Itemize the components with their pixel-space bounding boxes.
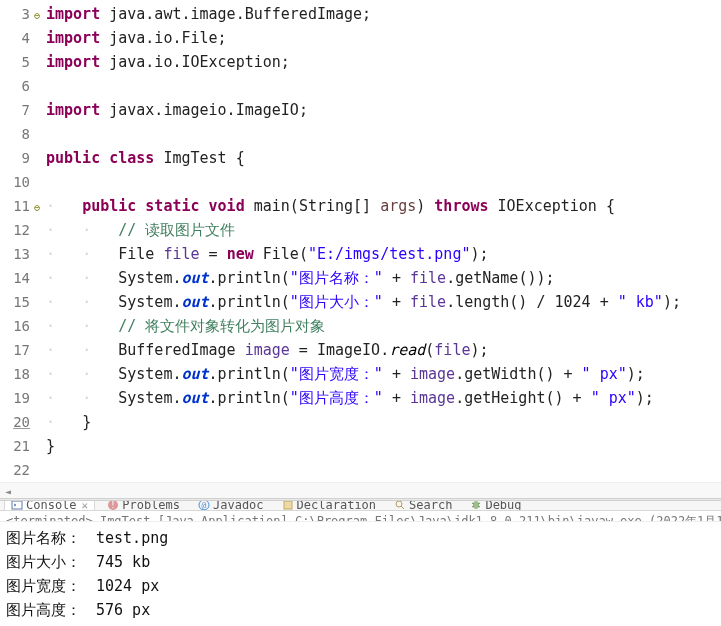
- line-number: 15: [0, 290, 34, 314]
- tab-console[interactable]: Console ✕: [4, 501, 95, 511]
- line-number: 6: [0, 74, 34, 98]
- code-line[interactable]: 20· }: [0, 410, 721, 434]
- line-number: 3: [0, 2, 34, 26]
- code-line[interactable]: 19· · System.out.println("图片高度：" + image…: [0, 386, 721, 410]
- svg-line-7: [401, 506, 404, 509]
- line-number: 22: [0, 458, 34, 482]
- output-label: 图片高度：: [6, 598, 96, 622]
- tab-debug-label: Debug: [485, 501, 521, 511]
- code-line[interactable]: 6: [0, 74, 721, 98]
- console-status: <terminated> ImgTest [Java Application] …: [0, 511, 721, 522]
- tab-problems-label: Problems: [122, 501, 180, 511]
- line-number: 16: [0, 314, 34, 338]
- code-content[interactable]: · · // 将文件对象转化为图片对象: [46, 314, 721, 338]
- code-line[interactable]: 16· · // 将文件对象转化为图片对象: [0, 314, 721, 338]
- problems-icon: !: [107, 501, 119, 511]
- code-content[interactable]: · · File file = new File("E:/imgs/test.p…: [46, 242, 721, 266]
- code-line[interactable]: 14· · System.out.println("图片名称：" + file.…: [0, 266, 721, 290]
- code-content[interactable]: import java.io.File;: [46, 26, 721, 50]
- fold-toggle-icon[interactable]: ⊖: [34, 4, 46, 28]
- line-number: 19: [0, 386, 34, 410]
- tab-console-label: Console: [26, 501, 77, 511]
- code-line[interactable]: 22: [0, 458, 721, 482]
- line-number: 8: [0, 122, 34, 146]
- code-line[interactable]: 7import javax.imageio.ImageIO;: [0, 98, 721, 122]
- svg-text:@: @: [202, 501, 207, 510]
- svg-text:!: !: [111, 501, 116, 510]
- code-content[interactable]: · · System.out.println("图片高度：" + image.g…: [46, 386, 721, 410]
- tab-declaration[interactable]: Declaration: [276, 501, 382, 511]
- svg-point-8: [473, 501, 479, 509]
- line-number: 18: [0, 362, 34, 386]
- tab-search-label: Search: [409, 501, 452, 511]
- output-value: 576 px: [96, 601, 150, 619]
- line-number: 20: [0, 410, 34, 434]
- line-number: 13: [0, 242, 34, 266]
- tab-javadoc-label: Javadoc: [213, 501, 264, 511]
- tab-debug[interactable]: Debug: [464, 501, 527, 511]
- code-content[interactable]: import java.awt.image.BufferedImage;: [46, 2, 721, 26]
- tab-problems[interactable]: ! Problems: [101, 501, 186, 511]
- output-label: 图片名称：: [6, 526, 96, 550]
- scroll-left-arrow[interactable]: ◄: [0, 483, 16, 498]
- code-content[interactable]: · · BufferedImage image = ImageIO.read(f…: [46, 338, 721, 362]
- code-content[interactable]: · · System.out.println("图片宽度：" + image.g…: [46, 362, 721, 386]
- code-line[interactable]: 13· · File file = new File("E:/imgs/test…: [0, 242, 721, 266]
- line-number: 4: [0, 26, 34, 50]
- code-line[interactable]: 8: [0, 122, 721, 146]
- console-line: 图片名称：test.png: [6, 526, 715, 550]
- code-line[interactable]: 18· · System.out.println("图片宽度：" + image…: [0, 362, 721, 386]
- code-content[interactable]: · · System.out.println("图片大小：" + file.le…: [46, 290, 721, 314]
- output-label: 图片宽度：: [6, 574, 96, 598]
- declaration-icon: [282, 501, 294, 511]
- output-label: 图片大小：: [6, 550, 96, 574]
- line-number: 17: [0, 338, 34, 362]
- horizontal-scrollbar[interactable]: ◄: [0, 482, 721, 498]
- code-line[interactable]: 10: [0, 170, 721, 194]
- tab-javadoc[interactable]: @ Javadoc: [192, 501, 270, 511]
- fold-toggle-icon[interactable]: ⊖: [34, 196, 46, 220]
- code-editor[interactable]: 3⊖import java.awt.image.BufferedImage;4i…: [0, 0, 721, 498]
- code-line[interactable]: 12· · // 读取图片文件: [0, 218, 721, 242]
- code-content[interactable]: import javax.imageio.ImageIO;: [46, 98, 721, 122]
- code-content[interactable]: }: [46, 434, 721, 458]
- output-value: test.png: [96, 529, 168, 547]
- code-line[interactable]: 17· · BufferedImage image = ImageIO.read…: [0, 338, 721, 362]
- code-content[interactable]: · · System.out.println("图片名称：" + file.ge…: [46, 266, 721, 290]
- output-value: 745 kb: [96, 553, 150, 571]
- console-line: 图片宽度：1024 px: [6, 574, 715, 598]
- line-number: 7: [0, 98, 34, 122]
- console-icon: [11, 501, 23, 511]
- tab-search[interactable]: Search: [388, 501, 458, 511]
- code-content[interactable]: import java.io.IOException;: [46, 50, 721, 74]
- line-number: 12: [0, 218, 34, 242]
- output-value: 1024 px: [96, 577, 159, 595]
- bottom-tab-bar: Console ✕ ! Problems @ Javadoc Declarati…: [0, 501, 721, 511]
- code-line[interactable]: 21}: [0, 434, 721, 458]
- console-output[interactable]: 图片名称：test.png图片大小：745 kb图片宽度：1024 px图片高度…: [0, 522, 721, 626]
- console-line: 图片大小：745 kb: [6, 550, 715, 574]
- code-line[interactable]: 9public class ImgTest {: [0, 146, 721, 170]
- line-number: 10: [0, 170, 34, 194]
- code-content[interactable]: · · // 读取图片文件: [46, 218, 721, 242]
- code-content[interactable]: · }: [46, 410, 721, 434]
- console-line: 图片高度：576 px: [6, 598, 715, 622]
- code-line[interactable]: 11⊖· public static void main(String[] ar…: [0, 194, 721, 218]
- code-line[interactable]: 15· · System.out.println("图片大小：" + file.…: [0, 290, 721, 314]
- javadoc-icon: @: [198, 501, 210, 511]
- code-line[interactable]: 5import java.io.IOException;: [0, 50, 721, 74]
- svg-rect-5: [284, 501, 292, 509]
- tab-declaration-label: Declaration: [297, 501, 376, 511]
- search-icon: [394, 501, 406, 511]
- line-number: 14: [0, 266, 34, 290]
- line-number: 5: [0, 50, 34, 74]
- line-number: 21: [0, 434, 34, 458]
- code-content[interactable]: · public static void main(String[] args)…: [46, 194, 721, 218]
- code-line[interactable]: 3⊖import java.awt.image.BufferedImage;: [0, 2, 721, 26]
- close-icon[interactable]: ✕: [82, 501, 89, 511]
- line-number: 9: [0, 146, 34, 170]
- code-content[interactable]: public class ImgTest {: [46, 146, 721, 170]
- code-line[interactable]: 4import java.io.File;: [0, 26, 721, 50]
- line-number: 11: [0, 194, 34, 218]
- debug-icon: [470, 501, 482, 511]
